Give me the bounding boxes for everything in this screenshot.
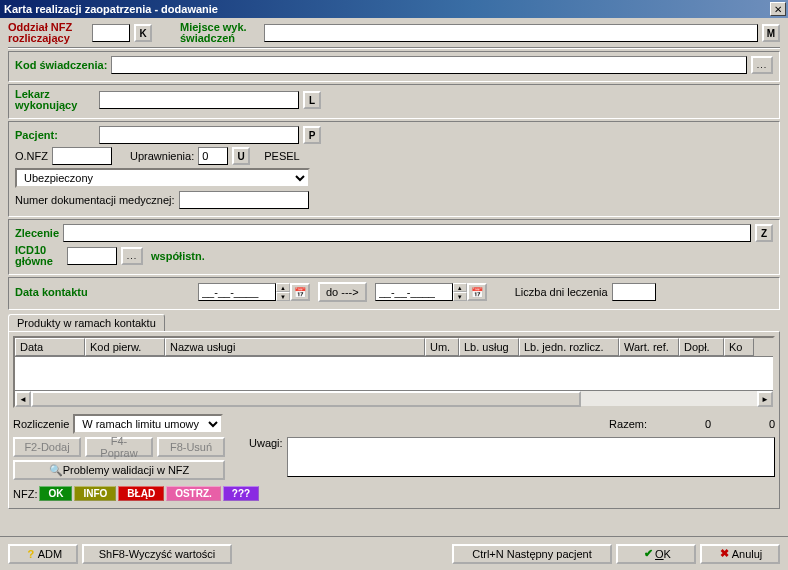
calendar-from-icon[interactable]: 📅 — [290, 283, 310, 301]
kod-lookup-button[interactable]: ... — [751, 56, 773, 74]
onfz-input[interactable] — [52, 147, 112, 165]
uwagi-label: Uwagi: — [249, 437, 283, 477]
scroll-thumb[interactable] — [31, 391, 581, 407]
footer-bar: ? ADM ShF8-Wyczyść wartości Ctrl+N Nastę… — [0, 536, 788, 570]
lekarz-lookup-button[interactable]: L — [303, 91, 321, 109]
kontakt-label: Data kontaktu — [15, 286, 100, 298]
date-from-group: ▲ ▼ 📅 — [198, 283, 310, 301]
dni-label: Liczba dni leczenia — [515, 286, 608, 298]
window-title: Karta realizacji zaopatrzenia - dodawani… — [2, 3, 218, 15]
onfz-label: O.NFZ — [15, 150, 48, 162]
ok-label: OK — [655, 548, 671, 560]
clear-button[interactable]: ShF8-Wyczyść wartości — [82, 544, 232, 564]
doc-label: Numer dokumentacji medycznej: — [15, 194, 175, 206]
wspolistn-label: współistn. — [151, 250, 205, 262]
lekarz-label: Lekarz wykonujący — [15, 89, 95, 111]
nfz-chip: ??? — [223, 486, 259, 501]
tab-products[interactable]: Produkty w ramach kontaktu — [8, 314, 165, 331]
icd10-lookup-button[interactable]: ... — [121, 247, 143, 265]
grid-header: DataKod pierw.Nazwa usługiUm.Lb. usługLb… — [15, 338, 773, 357]
uprawnienia-label: Uprawnienia: — [130, 150, 194, 162]
kod-label: Kod świadczenia: — [15, 59, 107, 71]
pacjent-input[interactable] — [99, 126, 299, 144]
nfz-chip: INFO — [74, 486, 116, 501]
grid-header-col[interactable]: Wart. ref. — [619, 338, 679, 356]
grid-header-col[interactable]: Data — [15, 338, 85, 356]
do-button[interactable]: do ---> — [318, 282, 367, 302]
grid-header-col[interactable]: Kod pierw. — [85, 338, 165, 356]
calendar-to-icon[interactable]: 📅 — [467, 283, 487, 301]
nfz-chip: OSTRZ. — [166, 486, 221, 501]
ubezp-select[interactable]: Ubezpieczony — [15, 168, 310, 188]
scroll-left-icon[interactable]: ◄ — [15, 391, 31, 407]
pesel-label: PESEL — [264, 150, 299, 162]
next-patient-button[interactable]: Ctrl+N Następny pacjent — [452, 544, 612, 564]
date-from-up[interactable]: ▲ — [276, 283, 290, 292]
magnifier-icon: 🔍 — [49, 464, 63, 477]
uwagi-textarea[interactable] — [287, 437, 775, 477]
walidacja-button[interactable]: 🔍 Problemy walidacji w NFZ — [13, 460, 225, 480]
check-icon: ✔ — [641, 547, 655, 560]
grid-header-col[interactable]: Lb. jedn. rozlicz. — [519, 338, 619, 356]
scroll-right-icon[interactable]: ► — [757, 391, 773, 407]
miejsce-input[interactable] — [264, 24, 758, 42]
grid-header-col[interactable]: Lb. usług — [459, 338, 519, 356]
f2-add-button[interactable]: F2-Dodaj — [13, 437, 81, 457]
cancel-icon: ✖ — [718, 547, 732, 560]
date-from-input[interactable] — [198, 283, 276, 301]
hscrollbar[interactable]: ◄ ► — [15, 390, 773, 406]
titlebar: Karta realizacji zaopatrzenia - dodawani… — [0, 0, 788, 18]
date-to-input[interactable] — [375, 283, 453, 301]
pacjent-lookup-button[interactable]: P — [303, 126, 321, 144]
doc-input[interactable] — [179, 191, 309, 209]
lekarz-input[interactable] — [99, 91, 299, 109]
walidacja-label: Problemy walidacji w NFZ — [63, 464, 190, 476]
razem-value-2: 0 — [715, 418, 775, 430]
nfz-prefix: NFZ: — [13, 488, 37, 500]
kod-input[interactable] — [111, 56, 747, 74]
products-grid: DataKod pierw.Nazwa usługiUm.Lb. usługLb… — [13, 336, 775, 408]
grid-header-col[interactable]: Um. — [425, 338, 459, 356]
rozliczenie-label: Rozliczenie — [13, 418, 69, 430]
pacjent-label: Pacjent: — [15, 129, 95, 141]
uprawnienia-input[interactable] — [198, 147, 228, 165]
cancel-label: Anuluj — [732, 548, 763, 560]
date-to-up[interactable]: ▲ — [453, 283, 467, 292]
cancel-button[interactable]: ✖ Anuluj — [700, 544, 780, 564]
help-icon: ? — [24, 548, 38, 560]
nfz-chip: BŁĄD — [118, 486, 164, 501]
icd10-input[interactable] — [67, 247, 117, 265]
date-from-down[interactable]: ▼ — [276, 292, 290, 301]
adm-label: ADM — [38, 548, 62, 560]
close-button[interactable]: ✕ — [770, 2, 786, 16]
date-to-down[interactable]: ▼ — [453, 292, 467, 301]
grid-header-col[interactable]: Dopł. — [679, 338, 724, 356]
oddzial-label: Oddział NFZ rozliczający — [8, 22, 88, 44]
grid-header-col[interactable]: Ko — [724, 338, 754, 356]
nfz-chip: OK — [39, 486, 72, 501]
adm-button[interactable]: ? ADM — [8, 544, 78, 564]
dni-input[interactable] — [612, 283, 656, 301]
ok-button[interactable]: ✔ OK — [616, 544, 696, 564]
razem-value-1: 0 — [651, 418, 711, 430]
oddzial-lookup-button[interactable]: K — [134, 24, 152, 42]
oddzial-input[interactable] — [92, 24, 130, 42]
rozliczenie-select[interactable]: W ramach limitu umowy — [73, 414, 223, 434]
date-to-group: ▲ ▼ 📅 — [375, 283, 487, 301]
miejsce-lookup-button[interactable]: M — [762, 24, 780, 42]
f4-edit-button[interactable]: F4-Popraw — [85, 437, 153, 457]
miejsce-label: Miejsce wyk. świadczeń — [180, 22, 260, 44]
zlecenie-lookup-button[interactable]: Z — [755, 224, 773, 242]
zlecenie-input[interactable] — [63, 224, 751, 242]
razem-label: Razem: — [609, 418, 647, 430]
grid-header-col[interactable]: Nazwa usługi — [165, 338, 425, 356]
f8-delete-button[interactable]: F8-Usuń — [157, 437, 225, 457]
icd10-label: ICD10 główne — [15, 245, 63, 267]
zlecenie-label: Zlecenie — [15, 227, 59, 239]
uprawnienia-lookup-button[interactable]: U — [232, 147, 250, 165]
